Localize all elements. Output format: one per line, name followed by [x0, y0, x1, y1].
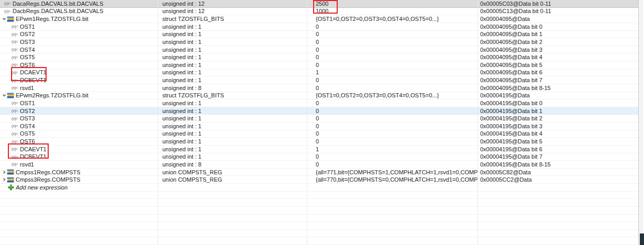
variable-icon: (x)= [12, 78, 20, 83]
address-text: 0x00004095@Data [480, 16, 530, 22]
expression-row[interactable]: (x)=DacaRegs.DACVALS.bit.DACVALSunsigned… [0, 0, 638, 8]
value-text: 0 [316, 85, 319, 91]
chevron-right-icon[interactable] [2, 177, 7, 182]
value-text: {OST1=0,OST2=0,OST3=0,OST4=0,OST5=0...} [316, 92, 439, 98]
value-cell: 1000 [307, 8, 478, 15]
chevron-right-icon[interactable] [2, 170, 7, 175]
value-cell: 0 [307, 153, 478, 161]
expression-row[interactable]: (x)=DCBEVT1unsigned int : 100x00004195@D… [0, 153, 638, 161]
expression-label: OST3 [20, 39, 35, 45]
type-text: unsigned int : 1 [162, 130, 202, 137]
expression-row[interactable]: (x)=rsvd1unsigned int : 800x00004195@Dat… [0, 161, 638, 169]
address-cell [478, 184, 638, 191]
name-cell [0, 215, 158, 222]
expression-label: OST4 [20, 123, 35, 129]
address-cell [478, 237, 638, 244]
expression-label: OST6 [20, 138, 35, 144]
address-cell: 0x00004195@Data bit 8-15 [478, 161, 638, 168]
type-text: unsigned int : 1 [162, 77, 202, 83]
vertical-scrollbar[interactable] [638, 0, 642, 245]
expression-row[interactable]: (x)=DacbRegs.DACVALS.bit.DACVALSunsigned… [0, 8, 638, 16]
value-cell [307, 192, 478, 199]
address-cell: 0x00004095@Data bit 5 [478, 61, 638, 69]
expression-row[interactable]: Cmpss3Regs.COMPSTSunion COMPSTS_REG{all=… [0, 176, 638, 184]
address-text: 0x00004195@Data bit 8-15 [480, 161, 551, 168]
type-cell: unsigned int : 1 [158, 61, 307, 69]
value-text: 0 [316, 39, 319, 45]
variable-icon: (x)= [12, 154, 20, 159]
address-cell: 0x00004195@Data bit 5 [478, 138, 638, 145]
address-text: 0x00005C82@Data [480, 169, 531, 175]
expression-row[interactable]: EPwm1Regs.TZOSTFLG.bitstruct TZOSTFLG_BI… [0, 15, 638, 23]
address-text: 0x00004095@Data bit 2 [480, 39, 542, 45]
expression-row[interactable]: (x)=OST4unsigned int : 100x00004195@Data… [0, 122, 638, 130]
add-plus-icon[interactable] [8, 184, 14, 191]
expression-row[interactable]: (x)=DCAEVT1unsigned int : 110x00004095@D… [0, 69, 638, 77]
value-text: 0 [316, 108, 319, 114]
type-cell: struct TZOSTFLG_BITS [158, 92, 307, 99]
expression-label: OST1 [20, 100, 35, 106]
expression-row[interactable]: (x)=OST5unsigned int : 100x00004095@Data… [0, 53, 638, 61]
expression-row[interactable]: (x)=OST4unsigned int : 100x00004095@Data… [0, 46, 638, 54]
expression-row[interactable]: EPwm2Regs.TZOSTFLG.bitstruct TZOSTFLG_BI… [0, 92, 638, 100]
variable-icon: (x)= [12, 124, 20, 128]
value-text: 0 [316, 47, 319, 53]
address-cell: 0x00004095@Data bit 3 [478, 46, 638, 53]
address-cell [478, 215, 638, 222]
expression-row[interactable]: (x)=OST6unsigned int : 100x00004095@Data… [0, 61, 638, 69]
value-cell: 1 [307, 69, 478, 76]
value-text: 0 [316, 161, 319, 168]
expression-row[interactable]: (x)=OST3unsigned int : 100x00004095@Data… [0, 38, 638, 46]
add-expression-row[interactable]: Add new expression [0, 184, 638, 192]
expression-row[interactable]: (x)=OST2unsigned int : 100x00004195@Data… [0, 107, 638, 115]
variable-icon: (x)= [12, 55, 20, 60]
expression-row[interactable]: (x)=OST1unsigned int : 100x00004195@Data… [0, 99, 638, 107]
name-cell: Cmpss1Regs.COMPSTS [0, 169, 158, 176]
chevron-down-icon[interactable] [2, 16, 7, 21]
value-cell: 0 [307, 130, 478, 138]
type-cell [158, 199, 307, 206]
empty-row [0, 222, 638, 230]
address-cell: 0x00004195@Data [478, 92, 638, 99]
address-text: 0x00004095@Data bit 5 [480, 62, 542, 68]
value-cell [307, 230, 478, 237]
type-text: unsigned int : 1 [162, 115, 202, 121]
address-cell: 0x00004095@Data bit 7 [478, 76, 638, 84]
expression-row[interactable]: (x)=OST6unsigned int : 100x00004195@Data… [0, 138, 638, 146]
expression-row[interactable]: (x)=OST5unsigned int : 100x00004195@Data… [0, 130, 638, 138]
name-cell: EPwm2Regs.TZOSTFLG.bit [0, 92, 158, 99]
expression-row[interactable]: Cmpss1Regs.COMPSTSunion COMPSTS_REG{all=… [0, 169, 638, 176]
chevron-down-icon[interactable] [2, 93, 7, 98]
type-text: struct TZOSTFLG_BITS [162, 92, 224, 98]
value-cell: 0 [307, 99, 478, 107]
type-text: unsigned int : 1 [162, 100, 202, 106]
expression-row[interactable]: (x)=DCAEVT1unsigned int : 110x00004195@D… [0, 146, 638, 153]
expression-label: OST5 [20, 54, 35, 60]
address-text: 0x00004195@Data bit 4 [480, 130, 542, 137]
empty-row [0, 237, 638, 245]
value-cell: 2500 [307, 0, 478, 7]
address-cell: 0x00004195@Data bit 2 [478, 115, 638, 122]
address-text: 0x00004195@Data bit 7 [480, 153, 542, 160]
address-text: 0x00004195@Data bit 5 [480, 138, 542, 144]
expression-row[interactable]: (x)=DCBEVT1unsigned int : 100x00004095@D… [0, 76, 638, 84]
address-text: 0x00004095@Data bit 4 [480, 54, 542, 60]
value-text: 0 [316, 138, 319, 144]
expression-row[interactable]: (x)=rsvd1unsigned int : 800x00004095@Dat… [0, 84, 638, 92]
variable-icon: (x)= [12, 116, 20, 121]
expression-row[interactable]: (x)=OST3unsigned int : 100x00004195@Data… [0, 115, 638, 122]
value-text: 0 [316, 100, 319, 106]
name-cell: (x)=OST5 [0, 130, 158, 138]
expression-row[interactable]: (x)=OST2unsigned int : 100x00004095@Data… [0, 31, 638, 39]
name-cell [0, 199, 158, 206]
address-text: 0x00004195@Data bit 0 [480, 100, 542, 106]
address-text: 0x00004095@Data bit 3 [480, 47, 542, 53]
expression-row[interactable]: (x)=OST1unsigned int : 100x00004095@Data… [0, 23, 638, 31]
value-cell: {OST1=0,OST2=0,OST3=0,OST4=0,OST5=0...} [307, 92, 478, 99]
value-cell: 0 [307, 53, 478, 61]
add-expression-label: Add new expression [16, 184, 68, 191]
value-cell [307, 207, 478, 214]
name-cell: (x)=DCBEVT1 [0, 76, 158, 84]
value-cell [307, 184, 478, 191]
type-text: unsigned int : 1 [162, 153, 202, 160]
